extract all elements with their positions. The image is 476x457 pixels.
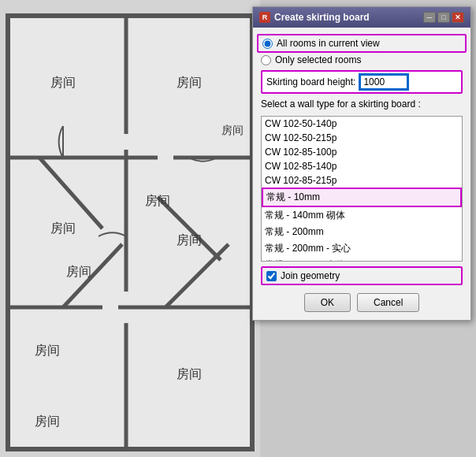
svg-text:房间: 房间 [50,221,76,235]
all-rooms-option[interactable]: All rooms in current view [257,34,467,53]
list-item[interactable]: 常规 - 200mm [262,224,462,240]
join-geometry-label: Join geometry [281,270,340,281]
svg-text:房间: 房间 [35,414,60,428]
list-item[interactable]: CW 102-50-140p [262,117,462,131]
wall-type-section-label: Select a wall type for a skirting board … [261,98,463,110]
list-item[interactable]: 常规 - 140mm 砌体 [262,207,462,224]
close-button[interactable]: ✕ [452,12,464,23]
svg-text:房间: 房间 [35,344,60,357]
all-rooms-radio[interactable] [262,39,273,49]
list-item[interactable]: CW 102-50-215p [262,131,462,145]
selected-rooms-option[interactable]: Only selected rooms [261,54,463,65]
list-item[interactable]: CW 102-85-215p [262,173,462,188]
dialog-title: Create skirting board [274,12,370,23]
list-item[interactable]: CW 102-85-140p [262,159,462,173]
list-item[interactable]: 常规 - 200mm - 实心 [262,240,462,257]
svg-text:房间: 房间 [177,233,202,247]
all-rooms-label: All rooms in current view [277,38,380,49]
svg-rect-1 [8,16,252,449]
list-item[interactable]: CW 102-85-100p [262,145,462,159]
title-bar-left: R Create skirting board [259,12,370,23]
svg-text:房间: 房间 [66,265,91,278]
list-item-selected[interactable]: 常规 - 10mm [262,188,462,207]
ok-button[interactable]: OK [304,293,351,312]
cancel-button[interactable]: Cancel [357,293,419,312]
height-input[interactable] [360,75,407,89]
minimize-button[interactable]: ─ [423,12,436,23]
window-controls: ─ □ ✕ [423,12,464,23]
join-geometry-checkbox[interactable] [266,271,277,281]
button-row: OK Cancel [261,293,463,312]
svg-text:房间: 房间 [177,367,202,381]
app-icon: R [259,12,270,23]
title-bar: R Create skirting board ─ □ ✕ [253,7,470,28]
wall-type-list[interactable]: CW 102-50-140p CW 102-50-215p CW 102-85-… [261,116,463,262]
dialog-window: R Create skirting board ─ □ ✕ All rooms … [252,6,471,321]
join-geometry-row[interactable]: Join geometry [261,266,463,285]
room-selection-group: All rooms in current view Only selected … [261,35,463,65]
dialog-body: All rooms in current view Only selected … [253,28,470,320]
height-row: Skirting board height: [261,70,463,94]
selected-rooms-radio[interactable] [261,55,271,65]
maximize-button[interactable]: □ [437,12,450,23]
selected-rooms-label: Only selected rooms [275,54,361,65]
svg-text:房间: 房间 [145,194,170,207]
list-item[interactable]: 常规 - 225mm 砌体 [262,257,462,262]
svg-text:房间: 房间 [221,124,244,136]
svg-text:房间: 房间 [177,76,202,89]
floor-plan: 房间 房间 房间 房间 房间 房间 房间 房间 房间 房间 [0,0,260,457]
height-label: Skirting board height: [266,76,355,87]
svg-text:房间: 房间 [50,76,76,89]
